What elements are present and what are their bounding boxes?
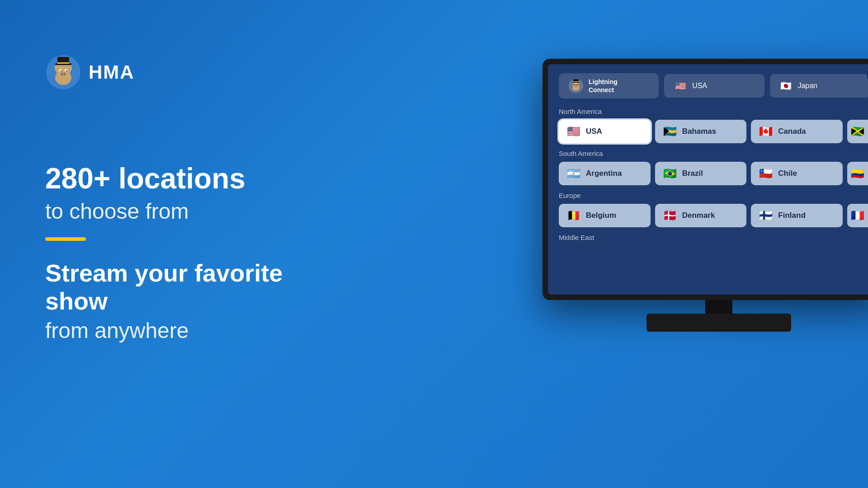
south-america-label: South America <box>559 150 868 157</box>
canada-flag: 🇨🇦 <box>759 126 773 137</box>
left-panel: HMA 280+ locations to choose from Stream… <box>45 54 316 343</box>
svg-point-3 <box>55 64 59 71</box>
belgium-flag: 🇧🇪 <box>567 210 580 221</box>
usa-flag-top: 🇺🇸 <box>673 79 688 93</box>
belgium-name: Belgium <box>586 211 616 220</box>
canada-name: Canada <box>778 127 806 136</box>
tv-stand-neck <box>705 300 732 314</box>
top-japan-card[interactable]: 🇯🇵 Japan <box>770 74 868 98</box>
finland-card[interactable]: 🇫🇮 Finland <box>751 204 843 227</box>
bahamas-name: Bahamas <box>682 127 717 136</box>
north-america-label: North America <box>559 108 868 115</box>
svg-rect-7 <box>57 62 69 64</box>
chile-flag: 🇨🇱 <box>759 168 773 179</box>
jamaica-partial-card[interactable]: 🇯🇲 <box>847 120 868 143</box>
logo-text: HMA <box>89 61 135 83</box>
france-partial-card[interactable]: 🇫🇷 <box>847 204 868 227</box>
europe-label: Europe <box>559 192 868 199</box>
svg-point-13 <box>61 73 63 75</box>
svg-point-22 <box>577 84 578 86</box>
brazil-flag: 🇧🇷 <box>663 168 677 179</box>
usa-flag: 🇺🇸 <box>567 126 580 137</box>
south-america-grid: 🇦🇷 Argentina 🇧🇷 Brazil 🇨🇱 Chile 🇨🇴 <box>559 162 868 185</box>
top-usa-card[interactable]: 🇺🇸 USA <box>664 74 764 98</box>
svg-rect-20 <box>573 81 579 82</box>
denmark-name: Denmark <box>682 211 715 220</box>
logo-area: HMA <box>45 54 316 90</box>
belgium-card[interactable]: 🇧🇪 Belgium <box>559 204 651 227</box>
argentina-card[interactable]: 🇦🇷 Argentina <box>559 162 651 185</box>
top-usa-name: USA <box>692 82 707 90</box>
france-flag: 🇫🇷 <box>851 210 864 221</box>
colombia-partial-card[interactable]: 🇨🇴 <box>847 162 868 185</box>
argentina-flag: 🇦🇷 <box>567 168 580 179</box>
canada-card[interactable]: 🇨🇦 Canada <box>751 120 843 143</box>
usa-name: USA <box>586 127 602 136</box>
lightning-connect-card[interactable]: LightningConnect <box>559 73 659 99</box>
svg-point-11 <box>66 70 67 72</box>
jamaica-flag: 🇯🇲 <box>851 126 864 137</box>
tv-body: LightningConnect 🇺🇸 USA 🇯🇵 Japan North A… <box>542 59 868 300</box>
tv-screen: LightningConnect 🇺🇸 USA 🇯🇵 Japan North A… <box>548 64 868 295</box>
denmark-flag: 🇩🇰 <box>663 210 677 221</box>
brazil-card[interactable]: 🇧🇷 Brazil <box>655 162 747 185</box>
europe-grid: 🇧🇪 Belgium 🇩🇰 Denmark 🇫🇮 Finland 🇫🇷 <box>559 204 868 227</box>
lightning-connect-label: LightningConnect <box>589 78 618 94</box>
brazil-name: Brazil <box>682 169 703 178</box>
argentina-name: Argentina <box>586 169 622 178</box>
finland-name: Finland <box>778 211 805 220</box>
colombia-flag: 🇨🇴 <box>851 168 864 179</box>
yellow-divider <box>45 237 86 241</box>
svg-point-14 <box>64 73 66 75</box>
middle-east-label: Middle East <box>559 234 868 241</box>
hma-logo-icon <box>45 54 81 90</box>
screen-content: LightningConnect 🇺🇸 USA 🇯🇵 Japan North A… <box>548 64 868 295</box>
svg-point-10 <box>61 70 62 72</box>
top-japan-name: Japan <box>798 82 818 90</box>
finland-flag: 🇫🇮 <box>759 210 773 221</box>
chile-card[interactable]: 🇨🇱 Chile <box>751 162 843 185</box>
headline-locations: 280+ locations to choose from <box>45 163 316 224</box>
tagline-area: Stream your favorite show from anywhere <box>45 259 316 343</box>
usa-card[interactable]: 🇺🇸 USA <box>559 120 651 143</box>
svg-point-23 <box>575 86 578 88</box>
bahamas-flag: 🇧🇸 <box>663 126 677 137</box>
chile-name: Chile <box>778 169 797 178</box>
denmark-card[interactable]: 🇩🇰 Denmark <box>655 204 747 227</box>
tv-stand-base <box>646 314 791 332</box>
tv-top-bar: LightningConnect 🇺🇸 USA 🇯🇵 Japan <box>559 73 868 99</box>
north-america-grid: 🇺🇸 USA 🇧🇸 Bahamas 🇨🇦 Canada 🇯🇲 <box>559 120 868 143</box>
svg-point-4 <box>67 64 72 71</box>
japan-flag-top: 🇯🇵 <box>779 79 793 93</box>
svg-point-21 <box>574 84 576 86</box>
bahamas-card[interactable]: 🇧🇸 Bahamas <box>655 120 747 143</box>
tv-container: 🇬🇧 <box>542 59 868 332</box>
hma-small-icon <box>568 78 584 94</box>
